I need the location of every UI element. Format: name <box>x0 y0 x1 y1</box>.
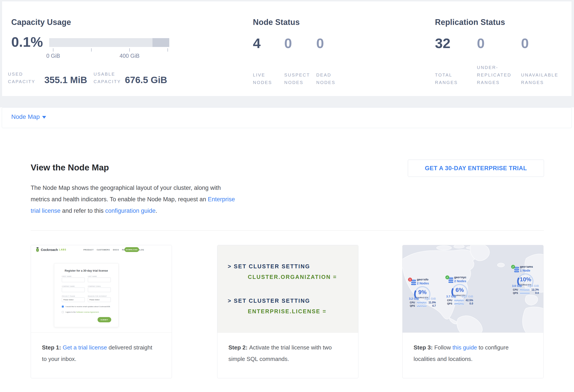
get-trial-license-link[interactable]: Get a trial license <box>63 344 107 351</box>
this-guide-link[interactable]: this guide <box>452 344 477 351</box>
view-selector-dropdown[interactable]: Node Map <box>2 107 572 128</box>
live-nodes-stat: 4 LIVE NODES <box>253 36 272 86</box>
step3-card: 1 geo=sfo 2 Nodes 9% CA <box>402 245 544 378</box>
healthy-check-icon: ✓ <box>445 275 449 279</box>
step2-caption: Step 2: Activate the trial license with … <box>228 342 332 365</box>
warning-badge-icon: 1 <box>408 278 412 281</box>
step3-caption: Step 3: Follow this guide to configurelo… <box>413 342 509 365</box>
used-capacity-value: 355.1 MiB <box>44 75 87 85</box>
enterprise-trial-license-link[interactable]: Enterprise <box>208 196 235 203</box>
page-title: View the Node Map <box>31 163 109 172</box>
node-map-description: The Node Map shows the geographical layo… <box>31 182 235 217</box>
cpu-sparkline <box>417 301 427 304</box>
cockroach-labs-logo: Cockroach LABS <box>35 247 66 252</box>
capacity-ring: 10% CAPACITY <box>516 272 535 291</box>
usable-capacity-value: 676.5 GiB <box>125 75 167 85</box>
cpu-sparkline <box>520 289 530 291</box>
under-replicated-ranges-stat: 0 UNDER- REPLICATED RANGES <box>477 36 511 86</box>
license-agree-checkbox <box>62 311 64 313</box>
enterprise-trial-license-link[interactable]: trial license <box>31 207 61 214</box>
cockroachdb-console-overview: Capacity Usage 0.1% 0 GiB 400 GiB USED C… <box>0 0 574 392</box>
capacity-ring: 9% CAPACITY <box>413 285 432 303</box>
unavailable-ranges-stat: 0 UNAVAILABLE RANGES <box>521 36 558 86</box>
step2-card: > SET CLUSTER SETTING CLUSTER.ORGANIZATI… <box>217 245 358 378</box>
view-selector-label[interactable]: Node Map <box>11 113 40 120</box>
axis-tick <box>167 48 168 52</box>
registration-screenshot: Cockroach LABS PRODUCT CUSTOMERS DOCS RE… <box>31 245 172 333</box>
capacity-usage-title: Capacity Usage <box>11 18 71 27</box>
axis-tick-label: 0 GiB <box>46 53 60 59</box>
replication-status-title: Replication Status <box>435 18 505 27</box>
qps-sparkline <box>454 302 464 305</box>
axis-tick <box>129 48 130 52</box>
axis-tick <box>53 48 53 52</box>
configuration-guide-link[interactable]: configuration guide <box>105 207 156 214</box>
step1-card: Cockroach LABS PRODUCT CUSTOMERS DOCS RE… <box>31 245 172 378</box>
first-name-field <box>62 278 85 282</box>
cockroach-bug-icon <box>35 247 40 252</box>
sql-commands-panel: > SET CLUSTER SETTING CLUSTER.ORGANIZATI… <box>217 245 358 333</box>
section-divider <box>31 230 544 231</box>
capacity-percent: 0.1% <box>11 34 43 50</box>
cpu-sparkline <box>454 299 464 302</box>
project-phase-select: Please Select <box>62 298 85 302</box>
capacity-bar <box>49 38 169 47</box>
used-capacity-label: USED CAPACITY <box>8 70 35 85</box>
node-map-preview: 1 geo=sfo 2 Nodes 9% CA <box>403 245 543 333</box>
dead-nodes-stat: 0 DEAD NODES <box>316 36 335 86</box>
chevron-down-icon <box>42 116 46 119</box>
capacity-ring: 6% CAPACITY <box>451 283 469 301</box>
get-enterprise-trial-button[interactable]: GET A 30-DAY ENTERPRISE TRIAL <box>408 160 544 177</box>
axis-tick-label: 400 GiB <box>120 53 140 59</box>
reason-select: Please Select <box>88 298 111 302</box>
qps-sparkline <box>520 292 530 294</box>
qps-sparkline <box>417 305 427 307</box>
usable-capacity-label: USABLE CAPACITY <box>94 70 121 85</box>
last-name-field <box>88 278 111 282</box>
healthy-check-icon: ✓ <box>511 265 515 269</box>
total-ranges-stat: 32 TOTAL RANGES <box>435 36 458 86</box>
mini-submit-button: SUBMIT <box>98 317 111 322</box>
step1-caption: Step 1: Get a trial license delivered st… <box>42 342 152 365</box>
company-name-field <box>62 287 85 292</box>
suspect-nodes-stat: 0 SUSPECT NODES <box>284 36 310 86</box>
cluster-summary-panel: Capacity Usage 0.1% 0 GiB 400 GiB USED C… <box>2 1 572 96</box>
trial-registration-form: Register for a 30-day trial license FIRS… <box>54 263 119 327</box>
axis-tick <box>91 48 92 52</box>
node-status-title: Node Status <box>253 18 300 27</box>
mini-download-button: DOWNLOAD <box>124 247 139 252</box>
capacity-bar-reserved-segment <box>152 38 169 47</box>
email-updates-checkbox <box>62 306 64 308</box>
company-email-field <box>88 287 111 292</box>
software-license-link: Software License Agreement <box>76 311 99 313</box>
